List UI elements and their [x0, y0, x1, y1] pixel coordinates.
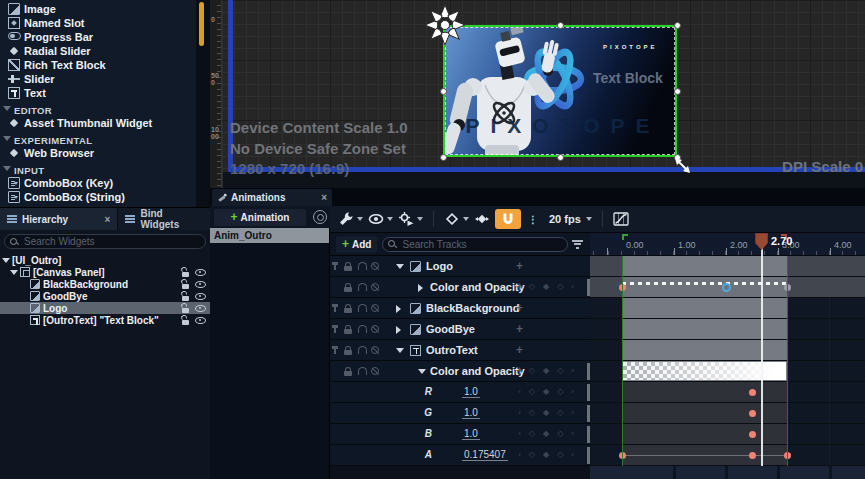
search-tracks-box[interactable] — [382, 237, 568, 252]
anchor-widget[interactable] — [422, 2, 468, 48]
snapping-button[interactable] — [495, 209, 521, 229]
playhead-line[interactable] — [761, 241, 763, 479]
handle-top-right[interactable] — [674, 22, 681, 29]
search-widgets-box[interactable] — [4, 234, 206, 249]
handle-top-mid[interactable] — [557, 22, 564, 29]
frame-rate-dropdown[interactable]: 20 fps — [549, 213, 592, 225]
add-section-icon[interactable] — [516, 259, 523, 273]
keyframe-nav[interactable] — [518, 408, 576, 417]
keyframe-nav[interactable] — [518, 429, 576, 438]
add-track-button[interactable]: + Add — [336, 236, 377, 253]
add-section-icon[interactable] — [516, 322, 523, 336]
palette-item-image[interactable]: Image — [0, 2, 196, 16]
lock-icon[interactable] — [181, 291, 189, 301]
designer-viewport[interactable]: 0 500 1000 Device Content Scale 1.0 No D… — [210, 0, 865, 188]
expander-icon[interactable] — [418, 284, 423, 292]
mute-icon[interactable] — [371, 367, 379, 375]
mute-icon[interactable] — [371, 283, 379, 291]
palette-item-named-slot[interactable]: Named Slot — [0, 16, 196, 30]
auto-key-button[interactable] — [474, 211, 490, 227]
keyframe-nav[interactable] — [518, 450, 576, 459]
hierarchy-row-logo[interactable]: Logo — [0, 302, 210, 314]
expander-icon[interactable] — [396, 305, 401, 313]
lock-icon[interactable] — [181, 267, 189, 277]
handle-mid-left[interactable] — [440, 88, 447, 95]
palette-scrollbar-track[interactable] — [196, 0, 210, 207]
visibility-eye-icon[interactable] — [195, 291, 206, 301]
mute-icon[interactable] — [371, 346, 379, 354]
time-ruler[interactable]: 0.00 1.00 2.00 3.00 4.00 — [590, 233, 865, 256]
keyframe-dot-selected[interactable] — [722, 283, 731, 292]
snapping-options-icon[interactable]: ⋮ — [528, 214, 538, 225]
keyframe-options-button[interactable] — [444, 211, 469, 227]
lock-icon[interactable] — [344, 262, 352, 271]
solo-icon[interactable] — [358, 283, 367, 291]
channel-row-r[interactable]: R 1.0 — [330, 382, 590, 403]
expander-icon[interactable] — [418, 369, 426, 374]
lock-icon[interactable] — [344, 325, 352, 334]
expander-icon[interactable] — [2, 258, 10, 263]
add-animation-button[interactable]: + Animation — [214, 209, 306, 226]
track-row-outrotext[interactable]: OutroText — [330, 340, 590, 361]
handle-bottom-mid[interactable] — [557, 154, 564, 161]
lock-icon[interactable] — [181, 315, 189, 325]
track-row-blackbackground[interactable]: BlackBackground — [330, 298, 590, 319]
lock-icon[interactable] — [344, 367, 352, 376]
palette-item-asset-thumbnail-widget[interactable]: Asset Thumbnail Widget — [0, 116, 196, 130]
hierarchy-row-canvas-panel[interactable]: [Canvas Panel] — [0, 266, 210, 278]
timeline-row-r[interactable] — [590, 382, 865, 403]
palette-item-combobox-key[interactable]: ComboBox (Key) — [0, 176, 196, 190]
palette-scrollbar[interactable] — [199, 2, 204, 46]
solo-icon[interactable] — [358, 304, 367, 312]
close-icon[interactable]: × — [105, 214, 111, 225]
keyframe-nav[interactable] — [518, 366, 576, 375]
timeline-row-alpha-gradient[interactable] — [590, 361, 865, 382]
animation-list-item[interactable]: Anim_Outro — [210, 228, 329, 243]
keyframe-dot[interactable] — [749, 410, 756, 417]
palette-item-radial-slider[interactable]: Radial Slider — [0, 44, 196, 58]
expander-icon[interactable] — [396, 326, 401, 334]
visibility-eye-icon[interactable] — [195, 315, 206, 325]
lock-icon[interactable] — [181, 303, 189, 313]
channel-value[interactable]: 1.0 — [462, 428, 480, 440]
visibility-eye-icon[interactable] — [195, 279, 206, 289]
track-row-logo-color-opacity[interactable]: Color and Opacity — [330, 277, 590, 298]
tab-animations[interactable]: Animations × — [212, 189, 332, 206]
palette-item-progress-bar[interactable]: Progress Bar — [0, 30, 196, 44]
palette-item-slider[interactable]: Slider — [0, 72, 196, 86]
timeline-row-a[interactable] — [590, 445, 865, 466]
solo-icon[interactable] — [358, 346, 367, 354]
solo-icon[interactable] — [358, 262, 367, 270]
mute-icon[interactable] — [371, 304, 379, 312]
lock-icon[interactable] — [344, 304, 352, 313]
track-row-logo[interactable]: Logo — [330, 256, 590, 277]
channel-value[interactable]: 1.0 — [462, 386, 480, 398]
pin-icon[interactable] — [334, 262, 336, 270]
visibility-eye-icon[interactable] — [195, 267, 206, 277]
palette-item-web-browser[interactable]: Web Browser — [0, 146, 196, 160]
expander-icon[interactable] — [396, 348, 404, 353]
solo-icon[interactable] — [358, 367, 367, 375]
timeline-area[interactable]: 0.00 1.00 2.00 3.00 4.00 2.70 — [590, 233, 865, 479]
mute-icon[interactable] — [371, 262, 379, 270]
close-icon[interactable]: × — [321, 192, 327, 203]
keyframe-nav[interactable] — [518, 387, 576, 396]
playback-start-line[interactable] — [622, 241, 623, 466]
timeline-row-b[interactable] — [590, 424, 865, 445]
playback-end-line[interactable] — [787, 241, 788, 466]
expander-icon[interactable] — [396, 264, 404, 269]
channel-value[interactable]: 1.0 — [462, 407, 480, 419]
palette-category-experimental[interactable]: EXPERIMENTAL — [0, 130, 196, 146]
search-widgets-input[interactable] — [22, 235, 200, 248]
curve-editor-button[interactable] — [613, 211, 629, 227]
lock-icon[interactable] — [344, 283, 352, 292]
hierarchy-row-outrotext[interactable]: [OutroText] "Text Block" — [0, 314, 210, 326]
tab-bind-widgets[interactable]: Bind Widgets — [118, 208, 210, 230]
pin-icon[interactable] — [334, 325, 336, 333]
visibility-eye-icon[interactable] — [195, 303, 206, 313]
channel-row-g[interactable]: G 1.0 — [330, 403, 590, 424]
timeline-row-outrotext[interactable] — [590, 340, 865, 361]
hierarchy-row-goodbye[interactable]: GoodBye — [0, 290, 210, 302]
palette-category-editor[interactable]: EDITOR — [0, 100, 196, 116]
playback-options-button[interactable] — [398, 211, 423, 227]
